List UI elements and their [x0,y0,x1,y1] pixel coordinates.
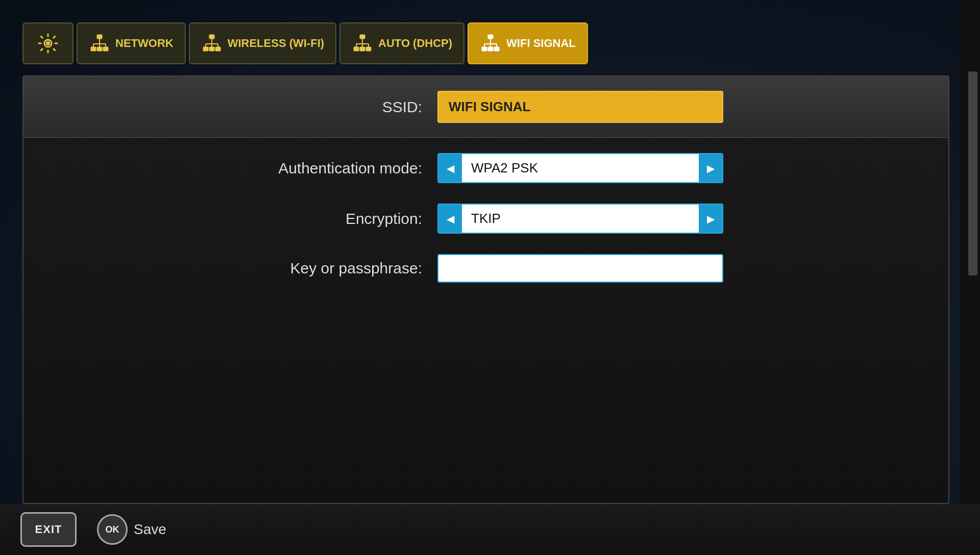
gear-icon [37,32,59,55]
save-label: Save [134,521,166,538]
auth-prev-button[interactable]: ◀ [438,154,462,182]
auth-mode-label: Authentication mode: [249,160,422,177]
encryption-next-button[interactable]: ▶ [699,205,722,233]
passphrase-label: Key or passphrase: [249,260,422,277]
svg-rect-29 [488,35,493,39]
svg-rect-3 [91,47,96,51]
tab-wireless[interactable]: Wireless (Wi-Fi) [189,22,336,64]
svg-rect-31 [488,47,493,51]
nav-tabs: Network Wireless (Wi-Fi) A [22,22,588,64]
form-fields: Authentication mode: ◀ WPA2 PSK ▶ Encryp… [23,138,948,298]
encryption-value: TKIP [462,205,699,233]
tab-network[interactable]: Network [77,22,186,64]
svg-rect-2 [97,35,102,39]
svg-rect-20 [360,35,365,39]
tab-network-label: Network [115,37,174,50]
wifi-signal-icon [480,33,501,54]
exit-button[interactable]: EXIT [20,512,77,547]
svg-rect-4 [97,47,102,51]
svg-rect-23 [366,47,371,51]
save-button[interactable]: OK Save [97,514,166,545]
svg-rect-12 [203,47,208,51]
auth-mode-row: Authentication mode: ◀ WPA2 PSK ▶ [44,153,928,183]
main-panel: SSID: WIFI SIGNAL Authentication mode: ◀… [22,75,949,504]
wireless-icon [201,33,223,54]
svg-rect-21 [354,47,359,51]
dhcp-icon [352,33,373,54]
ok-circle: OK [97,514,128,545]
network-icon [89,33,110,54]
exit-label: EXIT [35,523,62,536]
bottom-bar: EXIT OK Save [0,504,980,555]
scrollbar-thumb[interactable] [968,71,977,275]
encryption-prev-button[interactable]: ◀ [438,205,462,233]
svg-rect-11 [209,35,214,39]
passphrase-row: Key or passphrase: [44,254,928,283]
auth-mode-selector[interactable]: ◀ WPA2 PSK ▶ [437,153,723,183]
encryption-row: Encryption: ◀ TKIP ▶ [44,204,928,234]
svg-rect-5 [103,47,108,51]
ssid-row: SSID: WIFI SIGNAL [23,77,948,138]
svg-rect-32 [494,47,499,51]
tab-dhcp[interactable]: Auto (DHCP) [339,22,464,64]
tab-wireless-label: Wireless (Wi-Fi) [228,37,324,50]
svg-rect-30 [482,47,487,51]
scrollbar-area [960,0,980,555]
passphrase-input[interactable] [437,254,723,283]
ok-label: OK [106,524,119,535]
svg-rect-13 [209,47,214,51]
encryption-selector[interactable]: ◀ TKIP ▶ [437,204,723,234]
svg-point-1 [46,41,50,45]
svg-rect-22 [360,47,365,51]
encryption-label: Encryption: [249,210,422,228]
tab-settings[interactable] [22,22,74,64]
tab-wifi-signal-label: WIFI SIGNAL [506,37,576,50]
tab-dhcp-label: Auto (DHCP) [378,37,452,50]
tab-wifi-signal[interactable]: WIFI SIGNAL [468,22,588,64]
auth-mode-value: WPA2 PSK [462,154,699,182]
auth-next-button[interactable]: ▶ [699,154,722,182]
svg-rect-14 [215,47,220,51]
ssid-label: SSID: [249,98,422,116]
ssid-value[interactable]: WIFI SIGNAL [437,91,723,123]
